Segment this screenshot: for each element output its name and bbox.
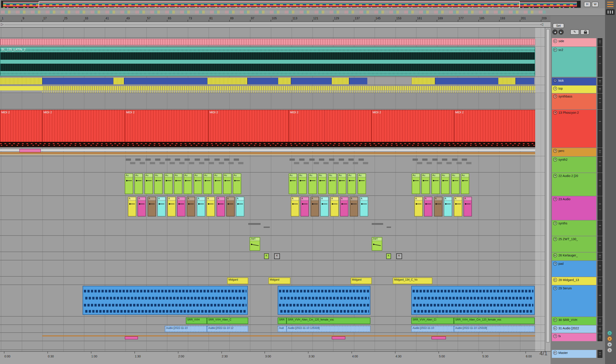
audio-clip[interactable]: Au — [184, 173, 192, 194]
audio-clip[interactable]: Au — [358, 173, 366, 194]
audio-clip[interactable]: Au — [431, 173, 440, 194]
lane-midgard[interactable]: MidgardMidgardMidgardMidgard_134_C_Vo — [0, 277, 545, 285]
midi-clip[interactable]: MIDI 2 — [42, 110, 125, 147]
audio-clip[interactable]: A — [434, 197, 442, 217]
audio-clip[interactable]: ZWT — [372, 237, 382, 251]
audio-clip[interactable]: Au — [145, 173, 153, 194]
clip[interactable] — [125, 336, 138, 339]
midi-clip[interactable]: MIDI 2 — [208, 110, 289, 147]
audio-clip[interactable]: A — [177, 197, 186, 217]
audio-clip[interactable]: A — [350, 197, 358, 217]
midi-clip[interactable]: MIDI 2 — [454, 110, 535, 147]
clip[interactable] — [278, 78, 291, 84]
audio-clip[interactable]: A — [236, 197, 244, 217]
draw-mode-button[interactable]: ✎ — [570, 29, 579, 35]
audio-clip[interactable]: Au — [328, 173, 336, 194]
midi-clip[interactable]: MIDI 2 — [0, 110, 42, 147]
lane-audio31[interactable]: Audio [2022-11-10Audio [2022-11-10 12Aud… — [0, 325, 545, 333]
clip[interactable] — [0, 78, 42, 84]
scrub-area[interactable]: ▷ ◁ — [0, 22, 550, 28]
midi-icon[interactable]: ≡ — [553, 334, 557, 338]
clip[interactable] — [19, 149, 41, 152]
track-header-fx[interactable]: ≡fx — [552, 333, 596, 341]
audio-clip[interactable]: A — [148, 197, 156, 217]
clip[interactable]: SRR — [278, 317, 286, 324]
clip[interactable] — [113, 78, 124, 84]
track-header-25-zwt-130[interactable]: ▾25 ZWT_130_ — [552, 236, 596, 252]
clip[interactable]: Audio [2022-11-10 — [411, 326, 454, 332]
audio-clip[interactable]: ZWT — [250, 237, 260, 251]
clip[interactable]: Audio [2022-11-10 12 — [207, 326, 248, 332]
song-start-marker-icon[interactable]: ▷ — [1, 22, 3, 26]
time-ruler[interactable]: 0:000:301:001:302:002:303:003:304:004:30… — [0, 351, 550, 364]
fold-icon[interactable]: ▾ — [553, 237, 557, 241]
audio-clip[interactable]: Au — [441, 173, 449, 194]
lane-synths-lane[interactable] — [0, 221, 545, 236]
audio-clip[interactable]: A — [444, 197, 452, 217]
audio-clip[interactable]: K — [264, 253, 269, 259]
audio-clip[interactable]: Au — [223, 173, 231, 194]
clip[interactable] — [435, 78, 498, 84]
clip[interactable] — [291, 78, 332, 84]
fold-icon[interactable]: ▾ — [553, 286, 557, 290]
clip[interactable]: Midgard — [268, 277, 290, 284]
clip[interactable] — [42, 91, 535, 93]
audio-clip[interactable]: Au — [348, 173, 356, 194]
audio-clip[interactable]: Au — [298, 173, 307, 194]
audio-clip[interactable]: A — [291, 197, 299, 217]
clip[interactable] — [431, 336, 446, 339]
clip[interactable] — [498, 78, 515, 84]
main-area[interactable]: SL_125_LATIN_2MIDI 2MIDI 2MIDI 2MIDI 2MI… — [0, 28, 550, 351]
play-icon[interactable]: ▸ — [553, 39, 557, 43]
track-header-22-audio-2-20[interactable]: ▾22 Audio 2 [20 — [552, 173, 596, 196]
audio-clip[interactable]: Au — [214, 173, 222, 194]
clip[interactable] — [0, 39, 535, 45]
midi-icon[interactable]: ≡ — [553, 158, 557, 162]
track-header-31-audio-2022[interactable]: ▸31 Audio [2022 — [552, 325, 596, 333]
audio-clip[interactable]: Au — [318, 173, 326, 194]
audio-clip[interactable]: A — [301, 197, 309, 217]
lane-fx[interactable] — [0, 333, 545, 341]
clip[interactable] — [0, 86, 42, 91]
clip[interactable]: SRR_VVH_Alien_Cm_120_female_voc — [286, 317, 370, 324]
panel-toggle-d[interactable]: D — [607, 348, 612, 352]
audio-clip[interactable]: Au — [233, 173, 241, 194]
lane-synth2[interactable] — [0, 157, 545, 173]
play-icon[interactable]: ▸ — [553, 326, 557, 330]
midi-clip[interactable]: MIDI 2 — [289, 110, 371, 147]
clip[interactable]: Aud — [278, 326, 286, 332]
track-header-pad[interactable]: ≡pad — [552, 261, 596, 277]
audio-clip[interactable]: A — [320, 197, 329, 217]
bar-ruler[interactable]: 1917253341495765738189971051131211291371… — [0, 16, 550, 22]
audio-clip[interactable]: A — [330, 197, 339, 217]
play-icon[interactable]: ▸ — [553, 318, 557, 322]
audio-clip[interactable] — [411, 286, 535, 315]
lane-pad[interactable] — [0, 261, 545, 277]
panel-toggle-m[interactable]: M — [607, 342, 612, 347]
audio-clip[interactable]: A — [157, 197, 166, 217]
audio-clip[interactable]: A — [424, 197, 432, 217]
track-header-29-serum[interactable]: ▾29 Serum — [552, 286, 596, 317]
zoom-width-button[interactable]: W — [592, 2, 598, 7]
clip[interactable]: SRR_VVH_Alien_Ci — [411, 317, 454, 324]
track-header-28-midgard-13[interactable]: ▸28 Midgard_13 — [552, 277, 596, 285]
audio-clip[interactable] — [83, 286, 248, 315]
lane-kick[interactable] — [0, 78, 545, 85]
clip[interactable]: Midgard_134_C_Vo — [393, 277, 432, 284]
audio-clip[interactable]: K — [396, 253, 402, 259]
audio-clip[interactable]: K — [386, 253, 391, 259]
mixer-sections-icon[interactable] — [606, 9, 615, 15]
track-header-synthbass[interactable]: ≡synthbass — [552, 93, 596, 109]
lane-audio23[interactable]: AAAAAAAAAAAAAAAAAAAAAAAAAA — [0, 196, 545, 220]
clip[interactable] — [42, 86, 535, 91]
clip[interactable] — [207, 78, 247, 84]
track-header-23-audio[interactable]: ▾23 Audio — [552, 196, 596, 220]
clip[interactable]: Audio [2022-11-10 125319] — [286, 326, 370, 332]
panel-toggle-r[interactable]: R — [607, 336, 612, 341]
audio-clip[interactable]: Au — [412, 173, 420, 194]
lane-perc[interactable] — [0, 148, 545, 156]
track-header-master[interactable]: ▸Master — [552, 350, 596, 358]
play-icon[interactable]: ▸ — [553, 253, 557, 257]
clip[interactable] — [0, 149, 535, 151]
audio-clip[interactable]: Au — [125, 173, 133, 194]
